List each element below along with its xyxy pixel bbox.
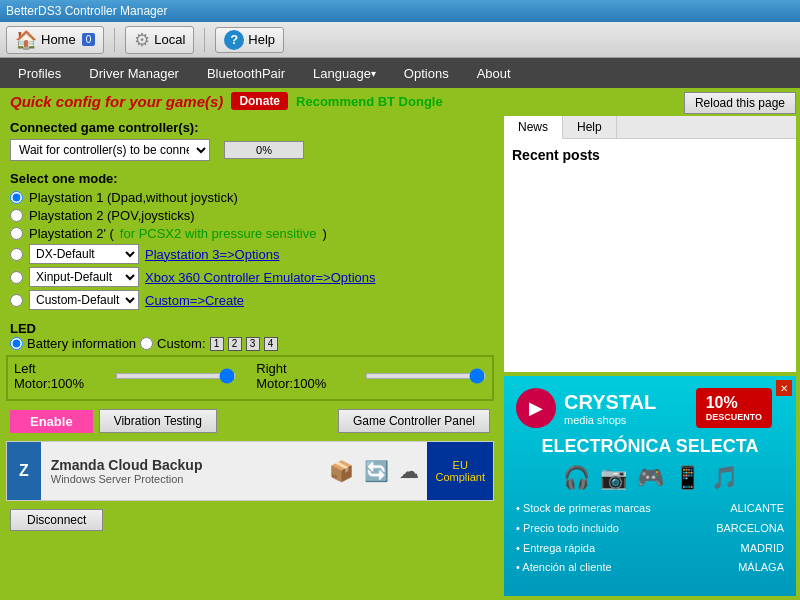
reload-button[interactable]: Reload this page: [684, 92, 796, 114]
radio-xinput[interactable]: [10, 271, 23, 284]
ps2-label: Playstation 2 (POV,joysticks): [29, 208, 195, 223]
menu-bluetooth-pair[interactable]: BluetoothPair: [193, 58, 299, 88]
disconnect-row: Disconnect: [0, 505, 500, 535]
progress-text: 0%: [225, 142, 303, 158]
radio-battery[interactable]: [10, 337, 23, 350]
radio-ps1[interactable]: [10, 191, 23, 204]
city-1: ALICANTE: [716, 499, 784, 519]
menu-language[interactable]: Language: [299, 58, 390, 88]
local-label: Local: [154, 32, 185, 47]
game-panel-button[interactable]: Game Controller Panel: [338, 409, 490, 433]
radio-dx[interactable]: [10, 248, 23, 261]
toolbar-sep-2: [204, 28, 205, 52]
controller-section: Connected game controller(s): Wait for c…: [0, 114, 500, 167]
discount-sub: DESCUENTO: [706, 412, 762, 422]
city-2: BARCELONA: [716, 519, 784, 539]
ps2p-green: for PCSX2 with pressure sensitive: [120, 226, 317, 241]
crystal-icon: ▶: [516, 388, 556, 428]
toolbar-sep-1: [114, 28, 115, 52]
custom-led-label: Custom:: [157, 336, 205, 351]
right-panel: Reload this page News Help Recent posts …: [500, 88, 800, 600]
amazon-icon: ☁: [399, 459, 419, 483]
controller-title: Connected game controller(s):: [10, 120, 490, 135]
crystal-sub: media shops: [564, 414, 656, 426]
custom-row: Custom-Default Custom=>Create: [10, 290, 490, 310]
menu-driver-manager[interactable]: Driver Manager: [75, 58, 193, 88]
menubar: Profiles Driver Manager BluetoothPair La…: [0, 58, 800, 88]
dx-link[interactable]: Playstation 3=>Options: [145, 247, 279, 262]
radio-row-ps2p: Playstation 2' ( for PCSX2 with pressure…: [10, 226, 490, 241]
home-label: Home: [41, 32, 76, 47]
tab-help[interactable]: Help: [563, 116, 617, 138]
right-ad: ✕ ▶ CRYSTAL media shops 10% DESCUENTO EL…: [504, 376, 796, 596]
ad-close-button[interactable]: ✕: [776, 380, 792, 396]
restore-icon: 🔄: [364, 459, 389, 483]
home-badge: 0: [82, 33, 96, 46]
radio-custom-led[interactable]: [140, 337, 153, 350]
home-button[interactable]: 🏠 Home 0: [6, 26, 104, 54]
eu-sub: Compliant: [435, 471, 485, 483]
xinput-link[interactable]: Xbox 360 Controller Emulator=>Options: [145, 270, 376, 285]
left-motor-slider[interactable]: [116, 373, 236, 379]
menu-profiles[interactable]: Profiles: [4, 58, 75, 88]
disconnect-button[interactable]: Disconnect: [10, 509, 103, 531]
help-button[interactable]: ? Help: [215, 27, 284, 53]
eu-label: EU: [453, 459, 468, 471]
discount-badge: 10% DESCUENTO: [696, 388, 772, 428]
camera-icon: 📷: [600, 465, 627, 491]
radio-ps2[interactable]: [10, 209, 23, 222]
tablet-icon: 📱: [674, 465, 701, 491]
dx-dropdown[interactable]: DX-Default: [29, 244, 139, 264]
ad-eu-badge: EU Compliant: [427, 442, 493, 500]
gamepad-icon: 🎮: [637, 465, 664, 491]
menu-about[interactable]: About: [463, 58, 525, 88]
controller-row: Wait for controller(s) to be connected 0…: [10, 139, 490, 161]
led-num-2: 2: [228, 337, 242, 351]
right-motor-label: Right Motor:100%: [256, 361, 346, 391]
tab-news[interactable]: News: [504, 116, 563, 139]
recent-posts-title: Recent posts: [512, 147, 788, 163]
ad-bullets: • Stock de primeras marcas • Precio todo…: [516, 499, 651, 578]
bullet-1: • Stock de primeras marcas: [516, 499, 651, 519]
led-num-3: 3: [246, 337, 260, 351]
radio-ps2p[interactable]: [10, 227, 23, 240]
home-icon: 🏠: [15, 29, 37, 51]
mode-section: Select one mode: Playstation 1 (Dpad,wit…: [0, 167, 500, 317]
right-motor-slider[interactable]: [366, 373, 486, 379]
title-text: BetterDS3 Controller Manager: [6, 4, 167, 18]
vibration-button[interactable]: Vibration Testing: [99, 409, 217, 433]
ps2p-label-pre: Playstation 2' (: [29, 226, 114, 241]
controller-dropdown[interactable]: Wait for controller(s) to be connected: [10, 139, 210, 161]
backup-icon: 📦: [329, 459, 354, 483]
custom-dropdown[interactable]: Custom-Default: [29, 290, 139, 310]
ad-info-row: • Stock de primeras marcas • Precio todo…: [516, 499, 784, 578]
ad-title: Zmanda Cloud Backup: [51, 457, 312, 473]
xinput-dropdown[interactable]: Xinput-Default: [29, 267, 139, 287]
ad-icons: 📦 🔄 ☁: [321, 459, 427, 483]
city-4: MÁLAGA: [716, 558, 784, 578]
enable-button[interactable]: Enable: [10, 410, 93, 433]
mode-title: Select one mode:: [10, 171, 490, 186]
ad-subtitle: Windows Server Protection: [51, 473, 312, 485]
local-button[interactable]: ⚙ Local: [125, 26, 194, 54]
radio-custom[interactable]: [10, 294, 23, 307]
recommend-text: Recommend BT Dongle: [296, 94, 443, 109]
discount-value: 10%: [706, 394, 762, 412]
left-panel: Quick config for your game(s) Donate Rec…: [0, 88, 500, 600]
crystal-logo: ▶ CRYSTAL media shops 10% DESCUENTO: [516, 388, 784, 428]
electronica-text: ELECTRÓNICA SELECTA: [516, 436, 784, 457]
title-bar: BetterDS3 Controller Manager: [0, 0, 800, 22]
bullet-3: • Entrega rápida: [516, 539, 651, 559]
led-num-4: 4: [264, 337, 278, 351]
help-label: Help: [248, 32, 275, 47]
donate-button[interactable]: Donate: [231, 92, 288, 110]
ad-product-icons: 🎧 📷 🎮 📱 🎵: [516, 465, 784, 491]
buttons-row: Enable Vibration Testing Game Controller…: [0, 405, 500, 437]
custom-link[interactable]: Custom=>Create: [145, 293, 244, 308]
toolbar: 🏠 Home 0 ⚙ Local ? Help: [0, 22, 800, 58]
news-panel: News Help Recent posts: [504, 116, 796, 372]
led-section: LED Battery information Custom: 1 2 3 4: [0, 317, 500, 355]
news-tabs: News Help: [504, 116, 796, 139]
menu-options[interactable]: Options: [390, 58, 463, 88]
bullet-4: • Atención al cliente: [516, 558, 651, 578]
